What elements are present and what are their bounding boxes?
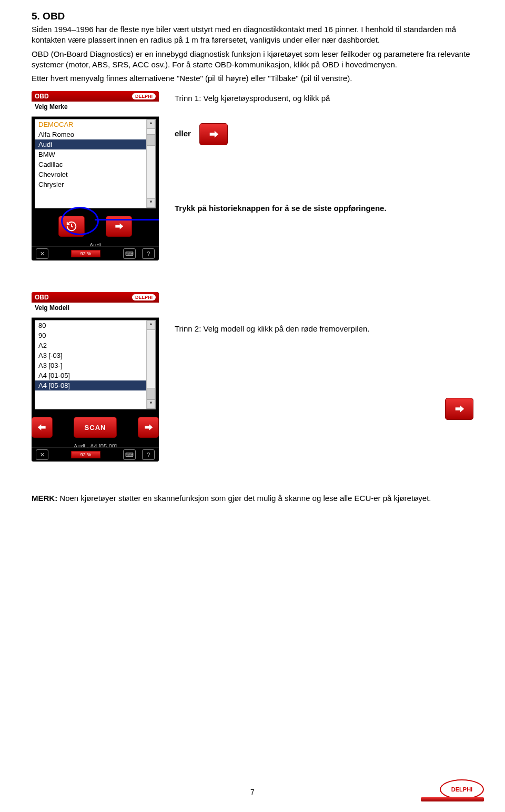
device-title: OBD xyxy=(35,294,49,301)
note-text: Noen kjøretøyer støtter en skannefunksjo… xyxy=(57,494,431,503)
delphi-badge: DELPHI xyxy=(132,93,156,99)
list-item[interactable]: Chrysler xyxy=(35,179,146,189)
annotation-line xyxy=(95,219,159,220)
footer-logo: DELPHI xyxy=(421,779,484,806)
list-item[interactable]: A4 [01-05] xyxy=(35,370,146,380)
list-item[interactable]: Chevrolet xyxy=(35,169,146,179)
battery-indicator: 92 % xyxy=(71,250,100,257)
scrollbar[interactable]: ▲ ▼ xyxy=(146,119,155,208)
list-item[interactable]: Cadillac xyxy=(35,159,146,169)
device-bottom-bar: ✕ 92 % ⌨ ? xyxy=(32,447,159,462)
close-icon[interactable]: ✕ xyxy=(36,449,48,460)
history-hint: Trykk på historieknappen for å se de sis… xyxy=(175,204,387,213)
section-heading: 5. OBD xyxy=(32,11,473,22)
keyboard-icon[interactable]: ⌨ xyxy=(123,449,136,460)
list-item[interactable]: BMW xyxy=(35,149,146,159)
list-item[interactable]: A3 [03-] xyxy=(35,360,146,370)
step2-text: Trinn 2: Velg modell og klikk på den rød… xyxy=(175,324,369,333)
scroll-thumb[interactable] xyxy=(147,388,155,399)
intro-paragraph: Siden 1994–1996 har de fleste nye biler … xyxy=(32,24,473,46)
list-item[interactable]: Alfa Romeo xyxy=(35,129,146,139)
device-bottom-bar: ✕ 92 % ⌨ ? xyxy=(32,246,159,260)
note-paragraph: MERK: Noen kjøretøyer støtter en skannef… xyxy=(32,493,473,504)
scroll-thumb[interactable] xyxy=(147,134,155,146)
back-button[interactable] xyxy=(32,417,53,438)
device-title: OBD xyxy=(35,93,49,100)
note-label: MERK: xyxy=(32,494,57,503)
eller-label: eller xyxy=(175,128,191,139)
list-item[interactable]: 90 xyxy=(35,330,146,340)
page-number: 7 xyxy=(250,788,255,796)
scroll-down-icon[interactable]: ▼ xyxy=(147,198,155,208)
scroll-up-icon[interactable]: ▲ xyxy=(147,320,155,330)
list-item[interactable]: Audi xyxy=(35,139,146,149)
delphi-badge: DELPHI xyxy=(132,294,156,300)
brand-listbox[interactable]: DEMOCARAlfa RomeoAudiBMWCadillacChevrole… xyxy=(35,119,156,208)
help-icon[interactable]: ? xyxy=(142,248,155,259)
scroll-up-icon[interactable]: ▲ xyxy=(147,119,155,129)
list-item[interactable]: A3 [-03] xyxy=(35,350,146,360)
device-screenshot-brand-select: OBD DELPHI Velg Merke DEMOCARAlfa RomeoA… xyxy=(32,91,159,260)
paragraph-3: Etter hvert menyvalg finnes alternativen… xyxy=(32,73,473,84)
next-button[interactable] xyxy=(138,417,159,438)
device-subheader: Velg Modell xyxy=(32,303,159,318)
close-icon[interactable]: ✕ xyxy=(36,248,48,259)
model-listbox[interactable]: 8090A2A3 [-03]A3 [03-]A4 [01-05]A4 [05-0… xyxy=(35,320,156,409)
battery-indicator: 92 % xyxy=(71,451,100,458)
keyboard-icon[interactable]: ⌨ xyxy=(123,248,136,259)
list-item[interactable]: A4 [05-08] xyxy=(35,380,146,390)
help-icon[interactable]: ? xyxy=(142,449,155,460)
scrollbar[interactable]: ▲ ▼ xyxy=(146,320,155,409)
device-screenshot-model-select: OBD DELPHI Velg Modell 8090A2A3 [-03]A3 … xyxy=(32,292,159,462)
device-subheader: Velg Merke xyxy=(32,102,159,117)
scroll-down-icon[interactable]: ▼ xyxy=(147,399,155,409)
list-item[interactable]: 80 xyxy=(35,320,146,330)
history-button[interactable] xyxy=(58,216,85,237)
paragraph-2: OBD (On-Board Diagnostics) er en innebyg… xyxy=(32,49,473,71)
list-item[interactable]: DEMOCAR xyxy=(35,119,146,129)
list-item[interactable]: A2 xyxy=(35,340,146,350)
step1-text: Trinn 1: Velg kjøretøysprodusent, og kli… xyxy=(175,93,473,104)
next-arrow-button[interactable] xyxy=(199,123,228,145)
logo-bar xyxy=(421,797,484,801)
next-arrow-button[interactable] xyxy=(445,398,473,420)
scan-button[interactable]: SCAN xyxy=(74,417,117,438)
delphi-logo: DELPHI xyxy=(440,779,484,799)
